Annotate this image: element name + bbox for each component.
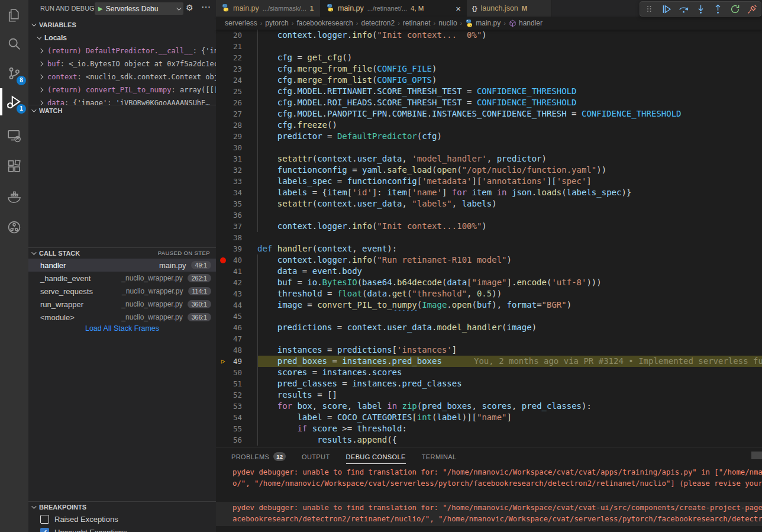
breakpoint-gutter[interactable] (216, 299, 230, 311)
close-icon[interactable]: × (456, 4, 461, 13)
callstack-frame[interactable]: run_wrapper_nuclio_wrapper.py360:1 (28, 298, 216, 311)
breakpoint-gutter[interactable] (216, 277, 230, 288)
code-text[interactable]: cfg.merge_from_file(CONFIG_FILE) (257, 63, 762, 75)
code-text[interactable]: image = convert_PIL_to_numpy(Image.open(… (257, 299, 762, 311)
code-text[interactable]: context.logger.info("Init context...100%… (257, 221, 762, 232)
call-stack-section-header[interactable]: CALL STACK PAUSED ON STEP (28, 247, 216, 258)
code-text[interactable] (257, 209, 762, 221)
variable-row[interactable]: context: <nuclio_sdk.context.Context obj… (28, 70, 216, 83)
activity-extensions[interactable] (0, 152, 28, 180)
code-text[interactable]: buf = io.BytesIO(base64.b64decode(data["… (257, 277, 762, 288)
code-text[interactable]: cfg.MODEL.ROI_HEADS.SCORE_THRESH_TEST = … (257, 97, 762, 108)
tab-main-py[interactable]: main.py.../retinanet/...4, M× (321, 0, 467, 17)
variable-row[interactable]: (return) convert_PIL_to_numpy: array([[[… (28, 83, 216, 96)
breadcrumb-item[interactable]: nuclio (438, 19, 457, 27)
code-text[interactable]: functionconfig = yaml.safe_load(open("/o… (257, 165, 762, 176)
breakpoint-gutter[interactable] (216, 153, 230, 165)
code-text[interactable]: pred_classes = instances.pred_classes (257, 378, 762, 389)
callstack-frame[interactable]: serve_requests_nuclio_wrapper.py114:1 (28, 285, 216, 298)
breadcrumb-item[interactable]: detectron2 (361, 19, 395, 27)
tab-main-py[interactable]: main.py.../siammask/...1 (216, 0, 321, 17)
breakpoint-gutter[interactable] (216, 63, 230, 75)
breakpoint-icon[interactable] (220, 257, 226, 263)
breadcrumb-item[interactable]: pytorch (265, 19, 288, 27)
breakpoint-gutter[interactable] (216, 254, 230, 266)
code-text[interactable]: label = COCO_CATEGORIES[int(label)]["nam… (257, 412, 762, 423)
disconnect-icon[interactable] (745, 2, 758, 15)
code-text[interactable]: predictions = context.user_data.model_ha… (257, 322, 762, 333)
code-text[interactable]: labels_spec = functionconfig['metadata']… (257, 176, 762, 187)
breakpoint-gutter[interactable] (216, 86, 230, 97)
breakpoint-gutter[interactable] (216, 41, 230, 52)
checked-checkbox[interactable]: ✓ (40, 528, 49, 532)
breakpoint-gutter[interactable] (216, 165, 230, 176)
code-text[interactable]: context.logger.info("Run retinanet-R101 … (257, 254, 762, 266)
code-text[interactable]: threshold = float(data.get("threshold", … (257, 288, 762, 299)
code-text[interactable]: pred_boxes = instances.pred_boxesYou, 2 … (257, 356, 762, 367)
breakpoint-gutter[interactable] (216, 412, 230, 423)
activity-docker[interactable] (0, 183, 28, 211)
breakpoint-gutter[interactable] (216, 142, 230, 153)
breadcrumb-item[interactable]: main.py (465, 19, 501, 27)
panel-tab-problems[interactable]: PROBLEMS12 (231, 447, 286, 466)
code-editor[interactable]: 20 context.logger.info("Init context... … (216, 30, 762, 447)
breakpoint-gutter[interactable] (216, 266, 230, 277)
breakpoint-gutter[interactable] (216, 434, 230, 446)
locals-scope-row[interactable]: Locals (37, 32, 67, 44)
breakpoint-gutter[interactable] (216, 221, 230, 232)
toolbar-drag-grip[interactable] (642, 2, 656, 15)
breakpoint-row[interactable]: ✓Uncaught Exceptions (28, 525, 216, 532)
variable-row[interactable]: data: {'image': 'iVBORw0KGgoAAAANSUhE… (28, 96, 216, 105)
debug-config-dropdown[interactable]: ▶ Serverless Debu (95, 2, 183, 15)
breadcrumb-item[interactable]: handler (509, 19, 543, 27)
code-text[interactable]: cfg = get_cfg() (257, 52, 762, 63)
watch-section-header[interactable]: WATCH (28, 105, 216, 115)
breakpoint-gutter[interactable] (216, 52, 230, 63)
breakpoint-gutter[interactable] (216, 187, 230, 198)
code-text[interactable] (257, 232, 762, 243)
breakpoint-gutter[interactable]: ▷ (216, 356, 230, 367)
breakpoint-gutter[interactable] (216, 198, 230, 209)
code-text[interactable] (257, 41, 762, 52)
breakpoint-gutter[interactable] (216, 97, 230, 108)
variables-section-header[interactable]: VARIABLES (28, 20, 216, 30)
breakpoint-gutter[interactable] (216, 243, 230, 254)
breakpoint-gutter[interactable] (216, 344, 230, 356)
code-text[interactable] (257, 142, 762, 153)
code-text[interactable]: cfg.freeze() (257, 120, 762, 131)
code-text[interactable]: setattr(context.user_data, "labels", lab… (257, 198, 762, 209)
start-debug-icon[interactable]: ▶ (98, 5, 103, 12)
breakpoint-gutter[interactable] (216, 389, 230, 401)
activity-source-control[interactable]: 8 (0, 59, 28, 88)
variable-row[interactable]: buf: <_io.BytesIO object at 0x7f5a2dc1ec… (28, 57, 216, 70)
breakpoint-gutter[interactable] (216, 378, 230, 389)
panel-scrollbar[interactable] (751, 452, 762, 459)
activity-git-graph[interactable] (0, 213, 28, 241)
breadcrumb-item[interactable]: serverless (225, 19, 257, 27)
breadcrumb-item[interactable]: facebookresearch (296, 19, 353, 27)
code-text[interactable]: cfg.MODEL.PANOPTIC_FPN.COMBINE.INSTANCES… (257, 108, 762, 120)
panel-tab-output[interactable]: OUTPUT (302, 447, 330, 466)
activity-explorer[interactable] (0, 1, 28, 30)
breakpoint-gutter[interactable] (216, 120, 230, 131)
breakpoint-gutter[interactable] (216, 367, 230, 378)
breakpoint-gutter[interactable] (216, 401, 230, 412)
panel-tab-terminal[interactable]: TERMINAL (422, 447, 457, 466)
code-text[interactable]: if score >= threshold: (257, 423, 762, 434)
breakpoint-gutter[interactable] (216, 131, 230, 142)
load-all-stack-frames-link[interactable]: Load All Stack Frames (28, 324, 216, 333)
code-text[interactable]: context.logger.info("Init context... 0%"… (257, 30, 762, 41)
breakpoint-gutter[interactable] (216, 423, 230, 434)
callstack-frame[interactable]: handlermain.py49:1 (28, 259, 216, 272)
continue-icon[interactable] (660, 2, 673, 15)
more-actions-icon[interactable]: ⋯ (201, 1, 211, 12)
breakpoint-gutter[interactable] (216, 333, 230, 344)
code-text[interactable]: setattr(context.user_data, 'model_handle… (257, 153, 762, 165)
breakpoint-gutter[interactable] (216, 288, 230, 299)
breakpoint-gutter[interactable] (216, 30, 230, 41)
breakpoint-row[interactable]: Raised Exceptions (28, 512, 216, 525)
restart-icon[interactable] (728, 2, 741, 15)
breakpoint-gutter[interactable] (216, 232, 230, 243)
code-text[interactable] (257, 311, 762, 322)
code-text[interactable]: cfg.merge_from_list(CONFIG_OPTS) (257, 75, 762, 86)
